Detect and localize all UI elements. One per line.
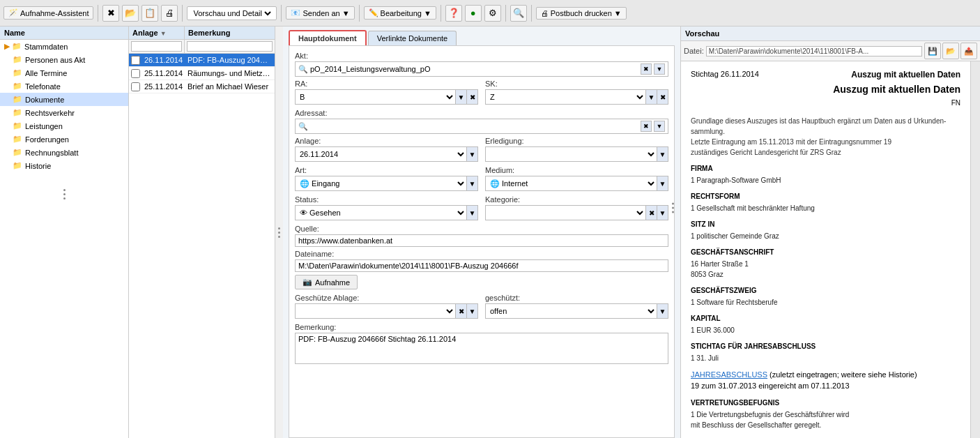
art-down-btn[interactable]: ▼ bbox=[467, 176, 478, 191]
sidebar-item-telefonate[interactable]: 📁 Telefonate bbox=[0, 80, 128, 93]
sidebar-item-rechtsverkehr[interactable]: 📁 Rechtsverkehr bbox=[0, 106, 128, 119]
adressat-clear-btn[interactable]: ✖ bbox=[641, 121, 652, 132]
bemerkung-textarea[interactable]: PDF: FB-Auszug 204666f Stichtag 26.11.20… bbox=[295, 333, 668, 364]
col-header-anlage[interactable]: Anlage ▼ bbox=[129, 27, 185, 39]
erledigung-select[interactable] bbox=[485, 146, 657, 162]
folder-icon-leistungen: 📁 bbox=[13, 121, 22, 130]
col-header-bemerkung[interactable]: Bemerkung bbox=[185, 27, 275, 39]
akt-label: Akt: bbox=[295, 52, 668, 60]
sidebar-item-dokumente[interactable]: 📁 Dokumente bbox=[0, 93, 128, 106]
list-detail-drag-handle[interactable] bbox=[275, 27, 283, 438]
kategorie-select[interactable] bbox=[485, 205, 646, 220]
row-date-2: 25.11.2014 bbox=[141, 67, 185, 80]
kategorie-down-btn[interactable]: ▼ bbox=[657, 205, 668, 220]
medium-select[interactable]: 🌐 Internet bbox=[485, 176, 657, 191]
sidebar-drag-handle[interactable] bbox=[62, 186, 67, 202]
ra-down-btn[interactable]: ✖ bbox=[467, 89, 478, 105]
drag-dots bbox=[277, 225, 282, 241]
preview-export-button[interactable]: 📤 bbox=[960, 43, 977, 59]
anlage-label: Anlage: bbox=[295, 137, 478, 145]
status-down-btn[interactable]: ▼ bbox=[467, 205, 478, 220]
preview-open-button[interactable]: 📂 bbox=[942, 43, 959, 59]
vorschau-select[interactable]: Vorschau und Detail bbox=[190, 8, 273, 18]
tab-verlinkte-dokumente[interactable]: Verlinkte Dokumente bbox=[368, 31, 457, 45]
sk-down-btn[interactable]: ✖ bbox=[657, 89, 668, 105]
filter-input-bemerkung[interactable] bbox=[187, 41, 273, 52]
senden-an-button[interactable]: 📧 Senden an ▼ bbox=[286, 6, 354, 20]
sidebar-item-personen[interactable]: 📁 Personen aus Akt bbox=[0, 53, 128, 66]
filter-input-anlage[interactable] bbox=[131, 41, 182, 52]
preview-scrollbar[interactable] bbox=[970, 61, 980, 438]
sidebar-item-forderungen[interactable]: 📁 Forderungen bbox=[0, 133, 128, 146]
kategorie-clear-btn[interactable]: ✖ bbox=[646, 205, 657, 220]
preview-jahresabschluss-link[interactable]: JAHRESABSCHLUSS bbox=[691, 370, 767, 379]
open-folder-button[interactable]: 📂 bbox=[122, 5, 139, 22]
row-check-3[interactable] bbox=[129, 82, 141, 91]
sidebar-item-termine[interactable]: 📁 Alle Termine bbox=[0, 66, 128, 80]
row-bemerkung-2: Räumungs- und Mietzinsklage bbox=[185, 67, 275, 80]
geschuetzt-select[interactable]: offen bbox=[485, 303, 657, 319]
anlage-field: 26.11.2014 ▼ bbox=[295, 146, 478, 162]
dateiname-input[interactable] bbox=[298, 262, 665, 270]
status-row-drag[interactable] bbox=[671, 200, 675, 216]
tab-hauptdokument[interactable]: Hauptdokument bbox=[289, 30, 367, 45]
preview-save-button[interactable]: 💾 bbox=[924, 43, 941, 59]
row-check-1[interactable] bbox=[129, 56, 141, 65]
status-label: Status: bbox=[295, 195, 478, 204]
ra-clear-btn[interactable]: ▼ bbox=[456, 89, 467, 105]
row-bemerkung-1: PDF: FB-Auszug 204666f... bbox=[185, 54, 275, 66]
anlage-select[interactable]: 26.11.2014 bbox=[295, 146, 467, 162]
table-row[interactable]: 25.11.2014 Räumungs- und Mietzinsklage bbox=[129, 67, 275, 80]
search-button[interactable]: 🔍 bbox=[510, 5, 527, 22]
adressat-label: Adressat: bbox=[295, 109, 668, 117]
delete-button[interactable]: ✖ bbox=[102, 5, 119, 22]
sidebar-item-historie[interactable]: 📁 Historie bbox=[0, 159, 128, 172]
preview-action-buttons: 💾 📂 📤 bbox=[924, 43, 977, 59]
art-select[interactable]: 🌐 Eingang bbox=[295, 176, 467, 191]
sk-clear-btn[interactable]: ▼ bbox=[646, 89, 657, 105]
anlage-down-btn[interactable]: ▼ bbox=[467, 146, 478, 162]
geschuetzt-down-btn[interactable]: ▼ bbox=[657, 303, 668, 319]
akt-input[interactable] bbox=[310, 65, 638, 73]
bearbeitung-button[interactable]: ✏️ Bearbeitung ▼ bbox=[364, 6, 436, 20]
quelle-input[interactable] bbox=[298, 236, 665, 245]
quelle-field bbox=[295, 234, 668, 247]
preview-section-kapital: KAPITAL 1 EUR 36.000 bbox=[691, 313, 960, 335]
geschuetzte-ablage-select[interactable] bbox=[295, 303, 456, 319]
table-row[interactable]: 26.11.2014 PDF: FB-Auszug 204666f... bbox=[129, 54, 275, 67]
ablage-clear-btn[interactable]: ✖ bbox=[456, 303, 467, 319]
table-row[interactable]: 25.11.2014 Brief an Michael Wieser bbox=[129, 80, 275, 93]
erledigung-down-btn[interactable]: ▼ bbox=[657, 146, 668, 162]
akt-down-btn[interactable]: ▼ bbox=[654, 63, 665, 75]
green-circle-button[interactable]: ● bbox=[465, 5, 482, 22]
settings-button[interactable]: ⚙ bbox=[484, 5, 501, 22]
status-select[interactable]: 👁 Gesehen bbox=[295, 205, 467, 220]
preview-section-rechtsform: RECHTSFORM 1 Gesellschaft mit beschränkt… bbox=[691, 191, 960, 213]
help-button[interactable]: ❓ bbox=[445, 5, 462, 22]
sidebar-item-stammdaten[interactable]: ▶ 📁 Stammdaten bbox=[0, 40, 128, 53]
copy-button[interactable]: 📋 bbox=[141, 5, 158, 22]
filter-cell-bemerkung bbox=[185, 40, 275, 53]
wand-icon: 🪄 bbox=[8, 8, 18, 17]
sk-select[interactable]: Z bbox=[485, 89, 646, 105]
medium-down-btn[interactable]: ▼ bbox=[657, 176, 668, 191]
preview-sitz-title: SITZ in bbox=[691, 219, 960, 229]
geschuetzt-label: geschützt: bbox=[485, 294, 668, 302]
row-date-1: 26.11.2014 bbox=[141, 54, 185, 66]
ablage-down-btn[interactable]: ▼ bbox=[467, 303, 478, 319]
adressat-input[interactable] bbox=[310, 122, 638, 130]
sidebar-item-rechnungsblatt[interactable]: 📁 Rechnungsblatt bbox=[0, 146, 128, 159]
aufnahme-assistent-button[interactable]: 🪄 Aufnahme-Assistent bbox=[3, 6, 93, 20]
adressat-field: 🔍 ✖ ▼ bbox=[295, 119, 668, 134]
adressat-down-btn[interactable]: ▼ bbox=[654, 121, 665, 132]
print-button[interactable]: 🖨 bbox=[161, 5, 178, 22]
akt-clear-btn[interactable]: ✖ bbox=[641, 63, 652, 75]
row-check-2[interactable] bbox=[129, 69, 141, 78]
postbuch-drucken-button[interactable]: 🖨 Postbuch drucken ▼ bbox=[536, 7, 627, 20]
vorschau-select-wrapper[interactable]: Vorschau und Detail bbox=[187, 6, 277, 20]
erledigung-label: Erledigung: bbox=[485, 137, 668, 145]
ra-select[interactable]: B bbox=[295, 89, 456, 105]
preview-rechtsform-value: 1 Gesellschaft mit beschränkter Haftung bbox=[691, 203, 960, 213]
aufnahme-button[interactable]: 📷 Aufnahme bbox=[295, 275, 358, 289]
sidebar-item-leistungen[interactable]: 📁 Leistungen bbox=[0, 119, 128, 133]
